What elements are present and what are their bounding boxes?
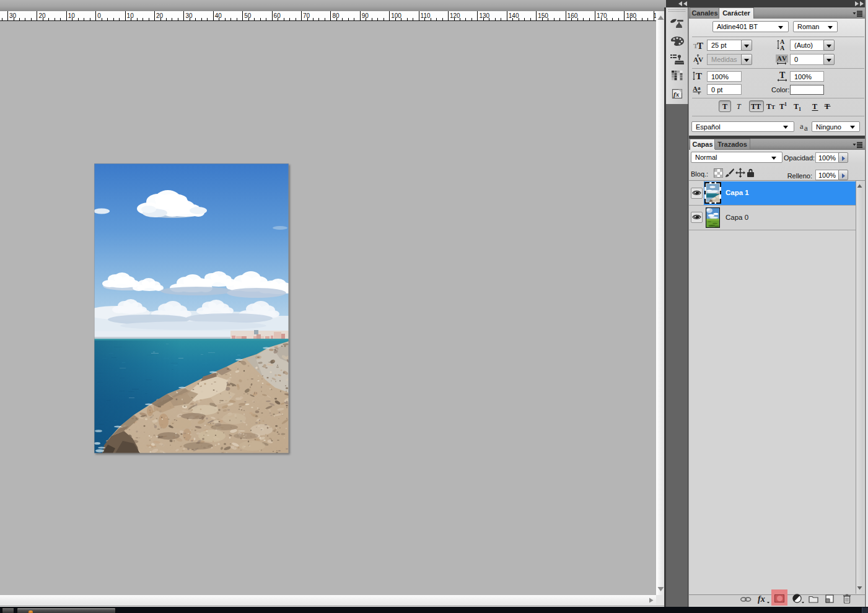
svg-text:T: T [771,104,775,110]
svg-text:fx: fx [673,90,680,98]
svg-text:1: 1 [784,102,787,107]
svg-text:T: T [696,71,702,81]
svg-text:T: T [779,102,784,111]
svg-text:A: A [693,85,698,92]
svg-text:T: T [779,71,786,80]
svg-text:V: V [782,54,787,62]
svg-text:a: a [698,85,701,91]
svg-text:1: 1 [799,107,801,112]
svg-text:a: a [800,121,804,131]
svg-text:T: T [812,102,817,111]
svg-text:T: T [794,102,799,111]
svg-text:T: T [737,102,742,111]
svg-text:T: T [766,102,771,111]
svg-text:V: V [698,56,703,63]
svg-text:a: a [804,123,808,132]
svg-text:A: A [780,45,785,51]
svg-text:fx: fx [758,594,765,604]
svg-text:T: T [722,102,727,111]
svg-text:A: A [777,54,782,62]
svg-text:A: A [693,56,698,63]
svg-text:T: T [697,41,703,51]
svg-text:TT: TT [751,102,761,111]
